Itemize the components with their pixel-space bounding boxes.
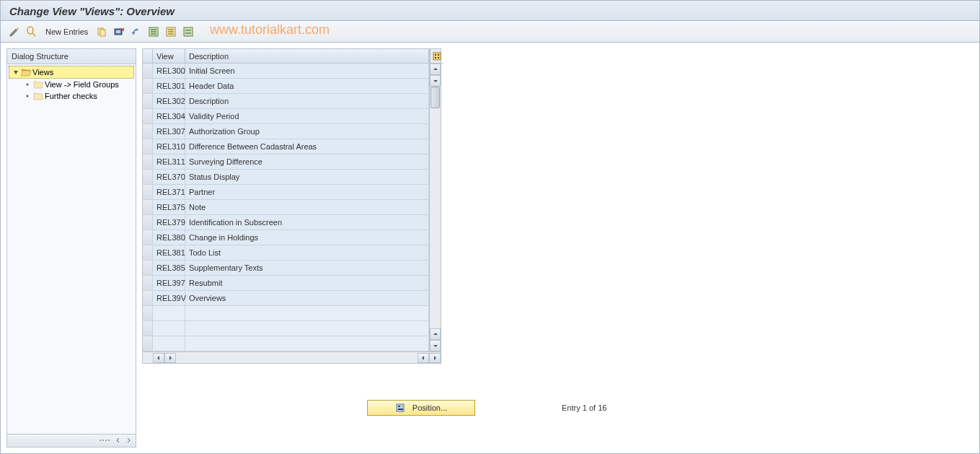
table-area: View Description REL300Initial ScreenREL… xyxy=(142,48,974,448)
row-selector[interactable] xyxy=(143,245,153,260)
undo-icon[interactable] xyxy=(130,25,143,38)
svg-rect-16 xyxy=(184,27,193,36)
cell-view[interactable]: REL310 xyxy=(153,139,185,154)
row-selector[interactable] xyxy=(143,336,153,351)
cell-view[interactable]: REL300 xyxy=(153,64,185,78)
row-selector[interactable] xyxy=(143,276,153,290)
cell-view[interactable]: REL307 xyxy=(153,124,185,139)
position-button[interactable]: Position... xyxy=(367,400,475,416)
position-icon xyxy=(395,402,407,414)
cell-description[interactable]: Authorization Group xyxy=(185,124,429,139)
cell-description[interactable]: Header Data xyxy=(185,79,429,93)
cell-view[interactable]: REL385 xyxy=(153,261,185,275)
row-selector[interactable] xyxy=(143,109,153,123)
cell-view[interactable] xyxy=(153,321,185,336)
cell-description[interactable]: Change in Holdings xyxy=(185,230,429,245)
deselect-all-icon[interactable] xyxy=(182,25,195,38)
row-selector[interactable] xyxy=(143,79,153,93)
cell-description[interactable]: Overviews xyxy=(185,291,429,305)
cell-description[interactable]: Surveying Difference xyxy=(185,154,429,169)
svg-rect-14 xyxy=(168,31,174,32)
find-icon[interactable] xyxy=(25,25,38,38)
cell-description[interactable]: Identification in Subscreen xyxy=(185,215,429,230)
select-all-icon[interactable] xyxy=(147,25,160,38)
tree-node-label: Views xyxy=(32,68,53,77)
cell-description[interactable]: Status Display xyxy=(185,170,429,184)
cell-description[interactable]: Todo List xyxy=(185,245,429,260)
scroll-down-button[interactable] xyxy=(430,75,441,87)
row-selector[interactable] xyxy=(143,321,153,336)
cell-view[interactable]: REL371 xyxy=(153,185,185,199)
hscroll-right-button[interactable] xyxy=(164,353,176,363)
cell-view[interactable]: REL301 xyxy=(153,79,185,93)
row-selector[interactable] xyxy=(143,200,153,214)
toggle-display-icon[interactable] xyxy=(8,25,21,38)
scroll-down-button-bottom[interactable] xyxy=(430,340,441,352)
svg-rect-25 xyxy=(433,53,441,60)
svg-rect-15 xyxy=(168,33,174,35)
tree-node-1[interactable]: View -> Field Groups xyxy=(22,79,134,90)
cell-view[interactable]: REL302 xyxy=(153,94,185,108)
row-selector[interactable] xyxy=(143,170,153,184)
scroll-track[interactable] xyxy=(430,87,441,328)
cell-description[interactable] xyxy=(185,306,429,320)
svg-rect-29 xyxy=(438,57,439,58)
tree-expand-icon[interactable] xyxy=(12,69,19,76)
cell-description[interactable]: Supplementary Texts xyxy=(185,261,429,275)
tree-node-0[interactable]: Views xyxy=(9,66,134,79)
cell-view[interactable]: REL39V xyxy=(153,291,185,305)
scroll-up-button-bottom[interactable] xyxy=(430,328,441,340)
cell-description[interactable]: Difference Between Cadastral Areas xyxy=(185,139,429,154)
select-all-column[interactable] xyxy=(143,49,153,63)
cell-description[interactable]: Resubmit xyxy=(185,276,429,290)
tree-node-2[interactable]: Further checks xyxy=(22,90,134,102)
cell-view[interactable]: REL311 xyxy=(153,154,185,169)
cell-view[interactable]: REL380 xyxy=(153,230,185,245)
hscroll-left-button-right[interactable] xyxy=(418,353,429,363)
cell-description[interactable]: Initial Screen xyxy=(185,64,429,78)
cell-description[interactable]: Validity Period xyxy=(185,109,429,123)
row-selector[interactable] xyxy=(143,215,153,230)
row-selector[interactable] xyxy=(143,185,153,199)
row-selector[interactable] xyxy=(143,291,153,305)
row-selector[interactable] xyxy=(143,154,153,169)
scroll-up-button[interactable] xyxy=(430,64,441,75)
table-settings-icon[interactable] xyxy=(430,49,443,64)
vertical-scrollbar xyxy=(429,49,441,352)
row-selector[interactable] xyxy=(143,139,153,154)
cell-view[interactable]: REL375 xyxy=(153,200,185,214)
cell-view[interactable] xyxy=(153,306,185,320)
row-selector[interactable] xyxy=(143,124,153,139)
cell-view[interactable]: REL304 xyxy=(153,109,185,123)
column-header-view[interactable]: View xyxy=(153,49,185,63)
hscroll-right-button-right[interactable] xyxy=(429,353,441,363)
column-header-description[interactable]: Description xyxy=(185,49,429,63)
row-selector[interactable] xyxy=(143,94,153,108)
table-row: REL385Supplementary Texts xyxy=(143,261,429,276)
hscroll-left-button[interactable] xyxy=(153,353,164,363)
sidebar-scroll-right-icon[interactable] xyxy=(125,437,133,445)
cell-description[interactable] xyxy=(185,321,429,336)
table-row: REL370Status Display xyxy=(143,170,429,185)
row-selector[interactable] xyxy=(143,230,153,245)
row-selector[interactable] xyxy=(143,261,153,275)
cell-view[interactable] xyxy=(153,336,185,351)
sidebar-drag-handle[interactable] xyxy=(98,438,112,444)
cell-view[interactable]: REL370 xyxy=(153,170,185,184)
cell-description[interactable] xyxy=(185,336,429,351)
copy-icon[interactable] xyxy=(95,25,108,38)
cell-view[interactable]: REL379 xyxy=(153,215,185,230)
cell-description[interactable]: Note xyxy=(185,200,429,214)
footer: Position... Entry 1 of 16 xyxy=(142,400,974,416)
cell-description[interactable]: Partner xyxy=(185,185,429,199)
cell-description[interactable]: Description xyxy=(185,94,429,108)
delete-icon[interactable] xyxy=(112,25,125,38)
scroll-thumb[interactable] xyxy=(431,87,440,108)
cell-view[interactable]: REL397 xyxy=(153,276,185,290)
sidebar-scroll-left-icon[interactable] xyxy=(115,437,123,445)
cell-view[interactable]: REL381 xyxy=(153,245,185,260)
row-selector[interactable] xyxy=(143,64,153,78)
select-block-icon[interactable] xyxy=(164,25,177,38)
row-selector[interactable] xyxy=(143,306,153,320)
new-entries-button[interactable]: New Entries xyxy=(43,27,91,36)
